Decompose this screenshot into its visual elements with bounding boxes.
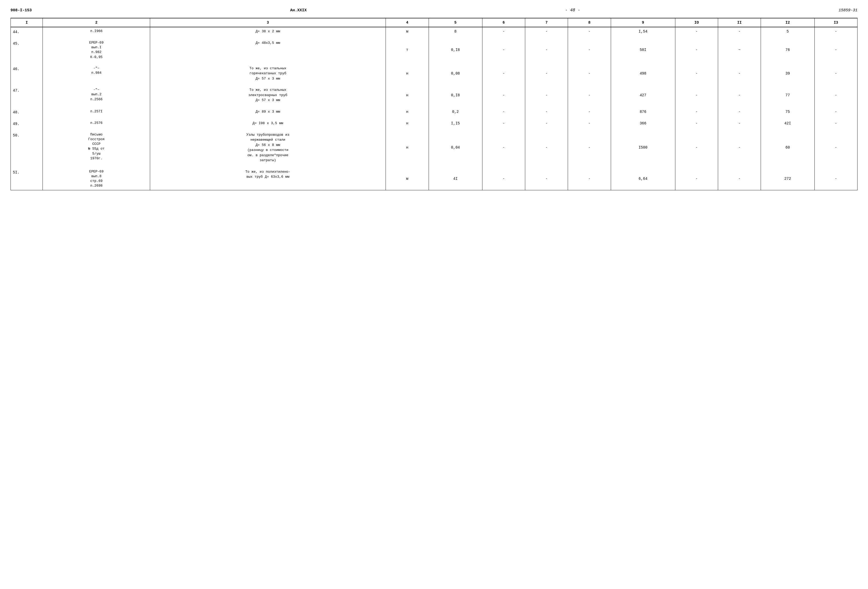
spacer-cell [482, 105, 525, 108]
row-cell-10: - [675, 86, 718, 105]
spacer-row [11, 83, 858, 86]
spacer-cell [611, 128, 675, 131]
spacer-cell [482, 36, 525, 39]
spacer-cell [761, 83, 815, 86]
table-row: 5I.ЕРЕР-69 вып.8 стр.69 п.2698То же, из … [11, 168, 858, 190]
row-cell-8: - [568, 86, 611, 105]
header-page-number: - 48 - [565, 8, 580, 13]
row-cell-10: - [675, 27, 718, 36]
row-cell-5: 8 [429, 27, 482, 36]
row-cell-4: н [386, 64, 429, 83]
row-reference: Письмо Госстроя СССР № 55д от 5/уш 1970г… [43, 131, 150, 165]
spacer-cell [525, 105, 568, 108]
spacer-cell [815, 116, 857, 119]
spacer-row [11, 61, 858, 64]
spacer-cell [718, 36, 761, 39]
row-cell-10: - [675, 168, 718, 190]
row-cell-11: - [718, 168, 761, 190]
spacer-cell [11, 105, 43, 108]
spacer-cell [482, 128, 525, 131]
spacer-cell [482, 61, 525, 64]
spacer-cell [815, 36, 857, 39]
spacer-cell [525, 165, 568, 168]
spacer-cell [815, 105, 857, 108]
col-header-2: 2 [43, 18, 150, 27]
spacer-cell [11, 165, 43, 168]
spacer-cell [386, 165, 429, 168]
table-row: 47.-"– вып.2 п.2566То же, из стальных эл… [11, 86, 858, 105]
row-cell-7: - [525, 27, 568, 36]
row-cell-13: - [815, 86, 857, 105]
spacer-cell [525, 61, 568, 64]
spacer-row [11, 128, 858, 131]
row-cell-9: 6,64 [611, 168, 675, 190]
row-cell-10: - [675, 64, 718, 83]
spacer-cell [150, 116, 385, 119]
row-number: 49. [11, 119, 43, 128]
row-cell-10: - [675, 119, 718, 128]
spacer-cell [429, 116, 482, 119]
row-cell-10: - [675, 108, 718, 116]
row-cell-12: 5 [761, 27, 815, 36]
row-cell-10: - [675, 39, 718, 61]
row-cell-7: - [525, 108, 568, 116]
spacer-cell [43, 83, 150, 86]
row-cell-12: 76 [761, 39, 815, 61]
spacer-cell [43, 61, 150, 64]
row-cell-11: - [718, 86, 761, 105]
spacer-cell [815, 83, 857, 86]
spacer-cell [568, 36, 611, 39]
spacer-cell [611, 83, 675, 86]
row-cell-8: - [568, 27, 611, 36]
row-cell-11: - [718, 131, 761, 165]
row-description: Д= 48х3,5 мм [150, 39, 385, 61]
spacer-cell [568, 165, 611, 168]
row-number: 46. [11, 64, 43, 83]
row-cell-4: н [386, 86, 429, 105]
row-cell-11: - [718, 64, 761, 83]
spacer-cell [429, 165, 482, 168]
row-cell-5: 0,08 [429, 64, 482, 83]
row-cell-7: - [525, 168, 568, 190]
spacer-cell [525, 128, 568, 131]
row-cell-4: м [386, 27, 429, 36]
col-header-13: I3 [815, 18, 857, 27]
spacer-row [11, 105, 858, 108]
row-cell-6: - [482, 168, 525, 190]
row-cell-4: н [386, 131, 429, 165]
main-table: I 2 3 4 5 6 7 8 9 IO II I2 I3 44.п.I966Д… [10, 18, 858, 190]
spacer-cell [568, 61, 611, 64]
spacer-cell [386, 128, 429, 131]
spacer-cell [675, 83, 718, 86]
row-cell-7: - [525, 39, 568, 61]
spacer-cell [150, 165, 385, 168]
spacer-cell [761, 165, 815, 168]
spacer-cell [761, 61, 815, 64]
spacer-cell [150, 83, 385, 86]
row-cell-6: - [482, 86, 525, 105]
spacer-cell [675, 61, 718, 64]
spacer-cell [525, 36, 568, 39]
row-cell-6: - [482, 64, 525, 83]
row-cell-12: 39 [761, 64, 815, 83]
row-cell-7: - [525, 86, 568, 105]
row-cell-13: - [815, 119, 857, 128]
row-cell-9: 498 [611, 64, 675, 83]
col-header-1: I [11, 18, 43, 27]
row-reference: п.2576 [43, 119, 150, 128]
row-number: 5I. [11, 168, 43, 190]
spacer-cell [429, 61, 482, 64]
row-cell-5: 4I [429, 168, 482, 190]
spacer-cell [11, 36, 43, 39]
col-header-12: I2 [761, 18, 815, 27]
spacer-cell [761, 36, 815, 39]
spacer-cell [43, 36, 150, 39]
spacer-cell [675, 128, 718, 131]
spacer-row [11, 165, 858, 168]
row-cell-9: 58I [611, 39, 675, 61]
spacer-cell [43, 105, 150, 108]
row-cell-13: - [815, 168, 857, 190]
spacer-cell [150, 61, 385, 64]
spacer-cell [386, 83, 429, 86]
row-cell-9: I500 [611, 131, 675, 165]
